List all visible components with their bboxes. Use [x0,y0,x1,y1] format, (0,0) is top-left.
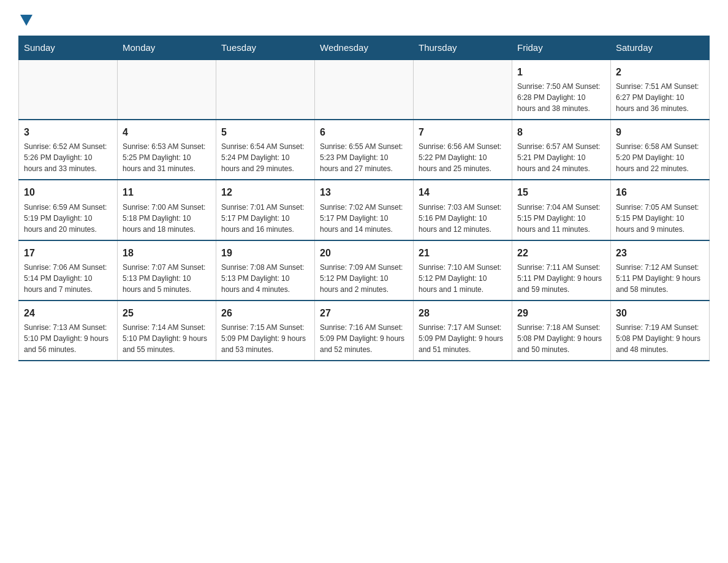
day-info: Sunrise: 7:13 AM Sunset: 5:10 PM Dayligh… [24,322,112,355]
calendar-cell: 1Sunrise: 7:50 AM Sunset: 6:28 PM Daylig… [512,59,611,120]
calendar-cell [414,59,512,120]
day-info: Sunrise: 7:18 AM Sunset: 5:08 PM Dayligh… [517,322,605,355]
day-info: Sunrise: 7:02 AM Sunset: 5:17 PM Dayligh… [320,202,408,235]
day-info: Sunrise: 6:52 AM Sunset: 5:26 PM Dayligh… [24,141,112,174]
day-info: Sunrise: 7:00 AM Sunset: 5:18 PM Dayligh… [123,202,211,235]
calendar-cell: 19Sunrise: 7:08 AM Sunset: 5:13 PM Dayli… [216,240,315,301]
day-header-friday: Friday [512,36,611,60]
day-number: 29 [517,306,605,320]
day-number: 15 [517,185,605,199]
calendar-cell [19,59,118,120]
calendar-cell: 29Sunrise: 7:18 AM Sunset: 5:08 PM Dayli… [512,301,611,361]
logo-arrow-icon [20,15,32,26]
calendar-week-3: 10Sunrise: 6:59 AM Sunset: 5:19 PM Dayli… [19,180,710,240]
day-number: 17 [24,246,112,260]
day-number: 22 [517,246,605,260]
calendar-cell: 27Sunrise: 7:16 AM Sunset: 5:09 PM Dayli… [315,301,414,361]
day-number: 27 [320,306,408,320]
day-header-tuesday: Tuesday [216,36,315,60]
calendar-cell: 9Sunrise: 6:58 AM Sunset: 5:20 PM Daylig… [611,120,710,180]
day-number: 12 [221,185,309,199]
day-number: 14 [419,185,507,199]
calendar-cell: 24Sunrise: 7:13 AM Sunset: 5:10 PM Dayli… [19,301,118,361]
day-info: Sunrise: 7:50 AM Sunset: 6:28 PM Dayligh… [517,81,605,114]
calendar-cell: 16Sunrise: 7:05 AM Sunset: 5:15 PM Dayli… [611,180,710,240]
day-number: 25 [123,306,211,320]
calendar-cell: 12Sunrise: 7:01 AM Sunset: 5:17 PM Dayli… [216,180,315,240]
day-number: 28 [419,306,507,320]
day-number: 7 [419,125,507,139]
calendar-cell: 20Sunrise: 7:09 AM Sunset: 5:12 PM Dayli… [315,240,414,301]
day-number: 20 [320,246,408,260]
day-number: 2 [616,65,704,79]
day-info: Sunrise: 7:10 AM Sunset: 5:12 PM Dayligh… [419,262,507,295]
day-number: 8 [517,125,605,139]
day-info: Sunrise: 7:16 AM Sunset: 5:09 PM Dayligh… [320,322,408,355]
calendar-cell: 14Sunrise: 7:03 AM Sunset: 5:16 PM Dayli… [414,180,512,240]
day-number: 23 [616,246,704,260]
day-info: Sunrise: 6:57 AM Sunset: 5:21 PM Dayligh… [517,141,605,174]
calendar-cell: 7Sunrise: 6:56 AM Sunset: 5:22 PM Daylig… [414,120,512,180]
day-info: Sunrise: 6:56 AM Sunset: 5:22 PM Dayligh… [419,141,507,174]
day-number: 11 [123,185,211,199]
day-info: Sunrise: 7:07 AM Sunset: 5:13 PM Dayligh… [123,262,211,295]
day-number: 16 [616,185,704,199]
day-info: Sunrise: 6:55 AM Sunset: 5:23 PM Dayligh… [320,141,408,174]
header-row: SundayMondayTuesdayWednesdayThursdayFrid… [19,36,710,60]
calendar-cell: 17Sunrise: 7:06 AM Sunset: 5:14 PM Dayli… [19,240,118,301]
calendar-cell: 23Sunrise: 7:12 AM Sunset: 5:11 PM Dayli… [611,240,710,301]
day-number: 6 [320,125,408,139]
calendar-cell: 18Sunrise: 7:07 AM Sunset: 5:13 PM Dayli… [118,240,216,301]
day-number: 19 [221,246,309,260]
calendar-cell [216,59,315,120]
calendar-cell: 3Sunrise: 6:52 AM Sunset: 5:26 PM Daylig… [19,120,118,180]
day-number: 3 [24,125,112,139]
day-number: 24 [24,306,112,320]
day-number: 18 [123,246,211,260]
day-info: Sunrise: 6:58 AM Sunset: 5:20 PM Dayligh… [616,141,704,174]
calendar-cell: 13Sunrise: 7:02 AM Sunset: 5:17 PM Dayli… [315,180,414,240]
calendar-cell: 6Sunrise: 6:55 AM Sunset: 5:23 PM Daylig… [315,120,414,180]
day-number: 26 [221,306,309,320]
calendar-cell: 10Sunrise: 6:59 AM Sunset: 5:19 PM Dayli… [19,180,118,240]
day-header-saturday: Saturday [611,36,710,60]
day-number: 1 [517,65,605,79]
day-info: Sunrise: 7:19 AM Sunset: 5:08 PM Dayligh… [616,322,704,355]
calendar-table: SundayMondayTuesdayWednesdayThursdayFrid… [18,36,710,361]
day-info: Sunrise: 7:03 AM Sunset: 5:16 PM Dayligh… [419,202,507,235]
day-info: Sunrise: 7:06 AM Sunset: 5:14 PM Dayligh… [24,262,112,295]
logo [18,12,32,26]
calendar-cell [315,59,414,120]
calendar-cell: 15Sunrise: 7:04 AM Sunset: 5:15 PM Dayli… [512,180,611,240]
day-number: 30 [616,306,704,320]
day-info: Sunrise: 6:59 AM Sunset: 5:19 PM Dayligh… [24,202,112,235]
day-number: 4 [123,125,211,139]
day-header-sunday: Sunday [19,36,118,60]
day-number: 9 [616,125,704,139]
calendar-cell: 25Sunrise: 7:14 AM Sunset: 5:10 PM Dayli… [118,301,216,361]
day-number: 21 [419,246,507,260]
day-info: Sunrise: 6:54 AM Sunset: 5:24 PM Dayligh… [221,141,309,174]
calendar-cell: 4Sunrise: 6:53 AM Sunset: 5:25 PM Daylig… [118,120,216,180]
day-info: Sunrise: 7:04 AM Sunset: 5:15 PM Dayligh… [517,202,605,235]
day-number: 5 [221,125,309,139]
calendar-cell: 22Sunrise: 7:11 AM Sunset: 5:11 PM Dayli… [512,240,611,301]
day-info: Sunrise: 7:11 AM Sunset: 5:11 PM Dayligh… [517,262,605,295]
calendar-cell: 5Sunrise: 6:54 AM Sunset: 5:24 PM Daylig… [216,120,315,180]
day-header-thursday: Thursday [414,36,512,60]
calendar-cell: 21Sunrise: 7:10 AM Sunset: 5:12 PM Dayli… [414,240,512,301]
calendar-cell: 30Sunrise: 7:19 AM Sunset: 5:08 PM Dayli… [611,301,710,361]
day-info: Sunrise: 6:53 AM Sunset: 5:25 PM Dayligh… [123,141,211,174]
day-number: 13 [320,185,408,199]
calendar-week-2: 3Sunrise: 6:52 AM Sunset: 5:26 PM Daylig… [19,120,710,180]
calendar-week-5: 24Sunrise: 7:13 AM Sunset: 5:10 PM Dayli… [19,301,710,361]
day-info: Sunrise: 7:08 AM Sunset: 5:13 PM Dayligh… [221,262,309,295]
calendar-cell [118,59,216,120]
calendar-cell: 11Sunrise: 7:00 AM Sunset: 5:18 PM Dayli… [118,180,216,240]
calendar-cell: 2Sunrise: 7:51 AM Sunset: 6:27 PM Daylig… [611,59,710,120]
day-info: Sunrise: 7:51 AM Sunset: 6:27 PM Dayligh… [616,81,704,114]
calendar-cell: 26Sunrise: 7:15 AM Sunset: 5:09 PM Dayli… [216,301,315,361]
day-info: Sunrise: 7:17 AM Sunset: 5:09 PM Dayligh… [419,322,507,355]
day-header-wednesday: Wednesday [315,36,414,60]
day-info: Sunrise: 7:01 AM Sunset: 5:17 PM Dayligh… [221,202,309,235]
